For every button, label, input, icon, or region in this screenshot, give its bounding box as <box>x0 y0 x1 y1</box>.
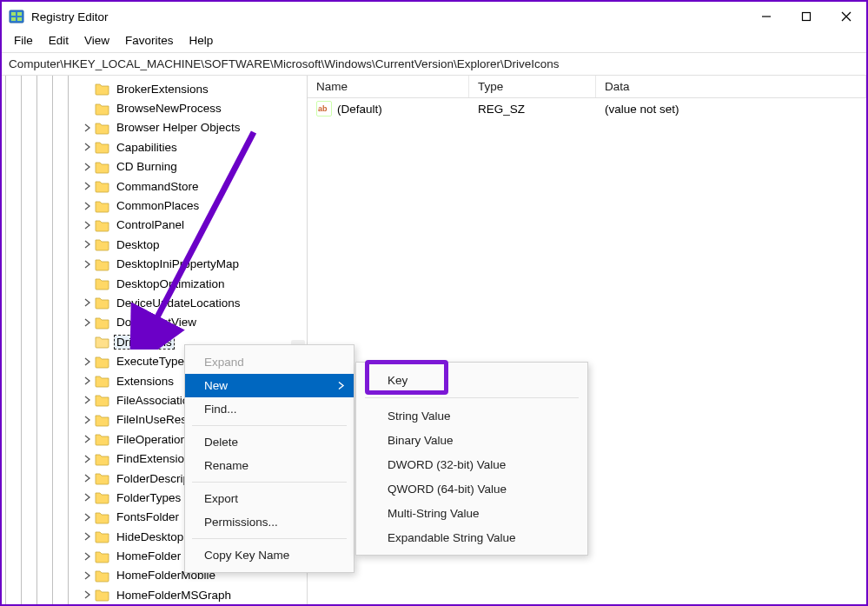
column-header-type[interactable]: Type <box>469 76 596 97</box>
column-header-data[interactable]: Data <box>596 76 866 97</box>
folder-icon <box>95 470 110 486</box>
tree-item-label: FolderTypes <box>116 491 181 504</box>
tree-item-desktopoptimization[interactable]: DesktopOptimization <box>80 274 307 293</box>
tree-item-commonplaces[interactable]: CommonPlaces <box>80 196 307 215</box>
chevron-right-icon[interactable] <box>82 394 94 406</box>
chevron-right-icon[interactable] <box>82 589 94 601</box>
chevron-right-icon[interactable] <box>82 433 94 445</box>
tree-item-label: FontsFolder <box>116 510 179 523</box>
value-row[interactable]: ab (Default) REG_SZ (value not set) <box>308 98 866 119</box>
menu-edit[interactable]: Edit <box>42 32 76 49</box>
chevron-right-icon[interactable] <box>82 141 94 153</box>
tree-item-label: ControlPanel <box>116 218 184 231</box>
ctx-permissions[interactable]: Permissions... <box>185 510 354 534</box>
folder-icon <box>95 217 110 233</box>
tree-item-label: HomeFolder <box>116 549 181 563</box>
chevron-right-icon[interactable] <box>82 161 94 173</box>
ctx-new-dword[interactable]: DWORD (32-bit) Value <box>356 452 587 476</box>
tree-item-desktop[interactable]: Desktop <box>80 235 307 254</box>
tree-item-label: DesktopOptimization <box>116 277 225 290</box>
chevron-right-icon[interactable] <box>82 453 94 465</box>
column-header-name[interactable]: Name <box>308 76 469 97</box>
tree-item-brokerextensions[interactable]: BrokerExtensions <box>80 79 307 98</box>
folder-icon <box>95 101 110 117</box>
folder-icon <box>95 587 110 603</box>
folder-icon <box>95 256 110 272</box>
svg-rect-2 <box>11 17 16 21</box>
tree-item-homefoldermsgraph[interactable]: HomeFolderMSGraph <box>80 585 307 604</box>
chevron-right-icon[interactable] <box>82 472 94 484</box>
ctx-new-expandable[interactable]: Expandable String Value <box>356 525 587 549</box>
chevron-right-icon[interactable] <box>82 200 94 212</box>
chevron-right-icon[interactable] <box>82 238 94 250</box>
ctx-new-multi[interactable]: Multi-String Value <box>356 501 587 525</box>
folder-icon <box>95 198 110 214</box>
menu-view[interactable]: View <box>77 32 116 49</box>
ctx-find[interactable]: Find... <box>185 397 354 421</box>
separator <box>192 425 347 426</box>
tree-item-capabilities[interactable]: Capabilities <box>80 137 307 156</box>
menu-help[interactable]: Help <box>182 32 221 49</box>
tree-item-desktopinipropertymap[interactable]: DesktopIniPropertyMap <box>80 255 307 274</box>
tree-item-browser-helper-objects[interactable]: Browser Helper Objects <box>80 118 307 137</box>
ctx-export[interactable]: Export <box>185 487 354 510</box>
tree-item-label: DocObjectView <box>116 316 196 329</box>
tree-item-label: BrokerExtensions <box>116 83 209 96</box>
ctx-new-string[interactable]: String Value <box>356 403 587 428</box>
ctx-delete[interactable]: Delete <box>185 430 354 454</box>
tree-item-label: DeviceUpdateLocations <box>116 296 241 310</box>
chevron-right-icon[interactable] <box>82 375 94 387</box>
ctx-new-binary[interactable]: Binary Value <box>356 428 587 452</box>
tree-item-browsenewprocess[interactable]: BrowseNewProcess <box>80 98 307 117</box>
chevron-right-icon[interactable] <box>82 511 94 523</box>
context-menu-new: Key String Value Binary Value DWORD (32-… <box>355 362 588 556</box>
address-bar[interactable]: Computer\HKEY_LOCAL_MACHINE\SOFTWARE\Mic… <box>2 52 866 76</box>
context-menu-main: Expand New Find... Delete Rename Export … <box>184 344 354 573</box>
ctx-copy-key-name[interactable]: Copy Key Name <box>185 543 354 567</box>
value-name: (Default) <box>337 103 382 116</box>
chevron-right-icon[interactable] <box>82 258 94 270</box>
folder-icon <box>95 568 110 583</box>
chevron-right-icon[interactable] <box>82 219 94 231</box>
chevron-right-icon[interactable] <box>82 491 94 503</box>
window-title: Registry Editor <box>31 10 109 23</box>
folder-icon <box>95 431 110 447</box>
minimize-button[interactable] <box>746 3 786 30</box>
menu-file[interactable]: File <box>7 32 40 49</box>
folder-icon <box>95 489 110 505</box>
tree-item-docobjectview[interactable]: DocObjectView <box>80 313 307 332</box>
chevron-right-icon[interactable] <box>82 122 94 134</box>
value-data: (value not set) <box>596 103 866 116</box>
ctx-rename[interactable]: Rename <box>185 454 354 477</box>
close-button[interactable] <box>826 3 866 30</box>
tree-item-commandstore[interactable]: CommandStore <box>80 176 307 196</box>
tree-item-label: BrowseNewProcess <box>116 102 222 115</box>
menu-favorites[interactable]: Favorites <box>118 32 181 49</box>
folder-icon <box>95 354 110 370</box>
chevron-right-icon[interactable] <box>82 550 94 563</box>
tree-item-cd-burning[interactable]: CD Burning <box>80 157 307 176</box>
registry-editor-window: Registry Editor File Edit View Favorites… <box>0 0 868 606</box>
ctx-new-key[interactable]: Key <box>356 368 587 392</box>
tree-indent-guides <box>5 76 83 604</box>
separator <box>192 482 347 483</box>
tree-item-label: CommonPlaces <box>116 199 199 212</box>
separator <box>365 397 579 398</box>
tree-item-controlpanel[interactable]: ControlPanel <box>80 216 307 235</box>
tree-item-label: Extensions <box>116 375 174 388</box>
folder-icon <box>95 139 110 155</box>
tree-item-deviceupdatelocations[interactable]: DeviceUpdateLocations <box>80 293 307 312</box>
chevron-right-icon[interactable] <box>82 316 94 329</box>
chevron-right-icon[interactable] <box>82 569 94 582</box>
folder-icon <box>95 529 110 544</box>
maximize-button[interactable] <box>786 3 826 30</box>
chevron-right-icon[interactable] <box>82 180 94 192</box>
ctx-new-qword[interactable]: QWORD (64-bit) Value <box>356 476 587 501</box>
ctx-new[interactable]: New <box>185 374 354 397</box>
chevron-right-icon[interactable] <box>82 414 94 426</box>
chevron-right-icon[interactable] <box>82 530 94 543</box>
chevron-right-icon[interactable] <box>82 296 94 309</box>
tree-item-label: Browser Helper Objects <box>116 121 241 134</box>
chevron-right-icon[interactable] <box>82 356 94 368</box>
folder-icon <box>95 412 110 428</box>
